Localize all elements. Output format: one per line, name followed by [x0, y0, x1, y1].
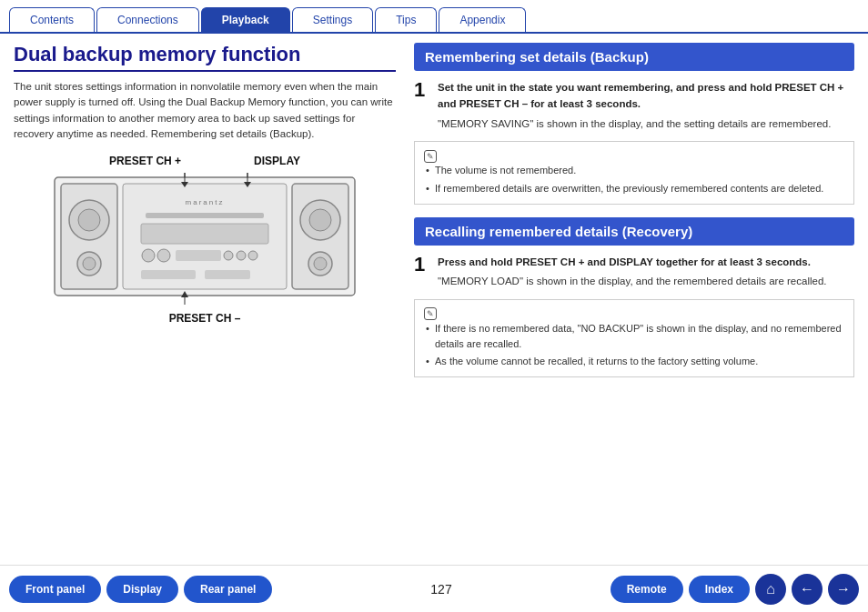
home-button[interactable]: ⌂: [755, 574, 786, 605]
backup-notes: ✎ The volume is not remembered. If remem…: [414, 141, 854, 204]
recovery-section-header: Recalling remembered details (Recovery): [414, 217, 854, 246]
svg-rect-14: [141, 224, 268, 244]
back-button[interactable]: ←: [792, 574, 823, 605]
svg-point-3: [78, 209, 100, 231]
svg-text:marantz: marantz: [186, 198, 225, 206]
page-title: Dual backup memory function: [14, 43, 396, 72]
backup-step-number: 1: [414, 80, 430, 100]
display-button[interactable]: Display: [106, 576, 178, 603]
tab-appendix[interactable]: Appendix: [439, 7, 526, 32]
note-icon-recovery: ✎: [424, 307, 437, 320]
tab-connections[interactable]: Connections: [96, 7, 199, 32]
device-diagram: PRESET CH + DISPLAY: [14, 155, 396, 325]
backup-section-header: Remembering set details (Backup): [414, 43, 854, 71]
device-illustration: marantz: [50, 173, 359, 305]
rear-panel-button[interactable]: Rear panel: [184, 576, 272, 603]
tab-tips[interactable]: Tips: [375, 7, 437, 32]
svg-rect-13: [146, 213, 264, 218]
tab-settings[interactable]: Settings: [292, 7, 373, 32]
tab-playback[interactable]: Playback: [201, 7, 290, 32]
svg-point-8: [309, 209, 331, 231]
footer: Front panel Display Rear panel 127 Remot…: [0, 565, 868, 612]
svg-point-18: [224, 251, 233, 260]
svg-point-10: [314, 257, 327, 270]
recovery-step-instruction: Press and hold PRESET CH + and DISPLAY t…: [438, 256, 811, 267]
svg-point-15: [142, 249, 155, 262]
nav-tabs: Contents Connections Playback Settings T…: [0, 0, 868, 34]
intro-text: The unit stores settings information in …: [14, 79, 396, 142]
svg-point-5: [83, 257, 96, 270]
backup-step-instruction: Set the unit in the state you want remem…: [438, 82, 843, 109]
page-number: 127: [278, 582, 604, 597]
svg-point-20: [248, 251, 257, 260]
label-display: DISPLAY: [254, 155, 300, 167]
backup-note-1: The volume is not remembered.: [424, 163, 844, 178]
svg-rect-17: [176, 250, 221, 261]
note-icon-backup: ✎: [424, 150, 437, 163]
remote-button[interactable]: Remote: [611, 576, 683, 603]
svg-rect-21: [141, 270, 196, 279]
recovery-step-number: 1: [414, 255, 430, 275]
svg-point-16: [157, 249, 170, 262]
index-button[interactable]: Index: [689, 576, 750, 603]
forward-button[interactable]: →: [828, 574, 859, 605]
svg-point-19: [237, 251, 246, 260]
svg-rect-22: [205, 270, 250, 279]
backup-note-2: If remembered details are overwritten, t…: [424, 181, 844, 196]
front-panel-button[interactable]: Front panel: [9, 576, 101, 603]
recovery-note-2: As the volume cannot be recalled, it ret…: [424, 354, 844, 369]
label-preset-ch-minus: PRESET CH –: [169, 312, 241, 325]
backup-step-desc: "MEMORY SAVING" is shown in the display,…: [438, 116, 854, 133]
tab-contents[interactable]: Contents: [9, 7, 95, 32]
recovery-step-desc: "MEMORY LOAD" is shown in the display, a…: [438, 274, 854, 290]
label-preset-ch-plus: PRESET CH +: [109, 155, 181, 167]
recovery-note-1: If there is no remembered data, "NO BACK…: [424, 321, 844, 352]
recovery-notes: ✎ If there is no remembered data, "NO BA…: [414, 299, 854, 377]
